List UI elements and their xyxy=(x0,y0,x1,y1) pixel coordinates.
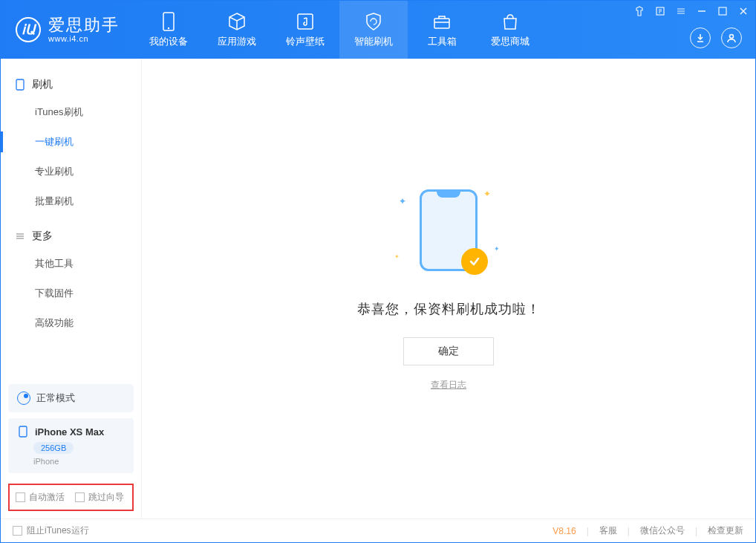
svg-point-1 xyxy=(168,27,169,28)
tab-label: 应用游戏 xyxy=(218,35,256,48)
bag-icon xyxy=(501,12,520,31)
svg-rect-6 xyxy=(719,7,726,15)
minimize-icon[interactable] xyxy=(696,5,708,17)
phone-icon xyxy=(159,12,178,31)
success-message: 恭喜您，保资料刷机成功啦！ xyxy=(357,300,541,318)
svg-point-4 xyxy=(730,35,734,39)
sidebar: 刷机 iTunes刷机 一键刷机 专业刷机 批量刷机 更多 其 xyxy=(1,59,142,518)
main-content: ✦ ✦ ✦ ✦ 恭喜您，保资料刷机成功啦！ 确定 查看日志 xyxy=(142,59,755,518)
header-right-icons xyxy=(690,27,742,48)
tab-label: 我的设备 xyxy=(149,35,188,48)
sparkle-icon: ✦ xyxy=(399,196,406,207)
nav-header-label: 更多 xyxy=(32,230,53,243)
success-illustration: ✦ ✦ ✦ ✦ xyxy=(393,186,504,282)
app-url: www.i4.cn xyxy=(48,34,120,43)
toolbox-icon xyxy=(432,12,452,31)
device-panel: 正常模式 iPhone XS Max 256GB iPhone xyxy=(8,384,134,473)
tab-store[interactable]: 爱思商城 xyxy=(476,1,544,59)
app-logo: ⅰԱ 爱思助手 www.i4.cn xyxy=(1,1,134,59)
nav-header-flash: 刷机 xyxy=(1,72,141,97)
nav-item-other-tools[interactable]: 其他工具 xyxy=(1,249,141,279)
status-stop-itunes[interactable]: 阻止iTunes运行 xyxy=(13,524,89,537)
support-link[interactable]: 客服 xyxy=(599,524,617,537)
view-log-link[interactable]: 查看日志 xyxy=(431,379,466,391)
device-mode[interactable]: 正常模式 xyxy=(8,384,134,412)
checkbox-icon xyxy=(75,492,85,502)
close-icon[interactable] xyxy=(737,5,749,17)
check-update-link[interactable]: 检查更新 xyxy=(708,524,743,537)
download-icon[interactable] xyxy=(690,27,711,48)
wechat-link[interactable]: 微信公众号 xyxy=(640,524,685,537)
window-controls xyxy=(633,5,749,17)
checkbox-icon xyxy=(13,526,22,536)
checkbox-icon xyxy=(16,492,25,502)
confirm-button[interactable]: 确定 xyxy=(403,337,494,365)
phone-small-icon xyxy=(17,426,29,438)
logo-icon: ⅰԱ xyxy=(16,17,41,42)
version-label: V8.16 xyxy=(553,526,576,536)
nav-item-batch-flash[interactable]: 批量刷机 xyxy=(1,186,141,216)
nav-item-advanced[interactable]: 高级功能 xyxy=(1,308,141,338)
device-mode-label: 正常模式 xyxy=(36,391,75,405)
device-type: iPhone xyxy=(33,457,125,466)
options-highlighted: 自动激活 跳过向导 xyxy=(8,484,134,511)
svg-rect-3 xyxy=(434,19,449,28)
device-icon xyxy=(14,79,26,91)
titlebar: ⅰԱ 爱思助手 www.i4.cn 我的设备 应用游戏 铃声壁纸 智能刷机 xyxy=(1,1,755,59)
checkbox-auto-activate[interactable]: 自动激活 xyxy=(16,491,65,504)
statusbar: 阻止iTunes运行 V8.16 | 客服 | 微信公众号 | 检查更新 xyxy=(1,518,755,542)
maximize-icon[interactable] xyxy=(717,5,729,17)
tab-apps-games[interactable]: 应用游戏 xyxy=(203,1,271,59)
feedback-icon[interactable] xyxy=(654,5,666,17)
tab-label: 铃声壁纸 xyxy=(286,35,325,48)
checkbox-skip-guide[interactable]: 跳过向导 xyxy=(75,491,124,504)
mode-icon xyxy=(17,391,30,405)
nav-item-pro-flash[interactable]: 专业刷机 xyxy=(1,157,141,186)
tab-label: 智能刷机 xyxy=(354,35,393,48)
nav-section-flash: 刷机 iTunes刷机 一键刷机 专业刷机 批量刷机 xyxy=(1,72,141,216)
device-info[interactable]: iPhone XS Max 256GB iPhone xyxy=(8,418,134,473)
nav-header-label: 刷机 xyxy=(32,78,53,91)
success-check-icon xyxy=(461,248,488,275)
storage-badge: 256GB xyxy=(33,442,74,454)
nav-item-oneclick-flash[interactable]: 一键刷机 xyxy=(1,127,141,157)
svg-rect-8 xyxy=(19,426,27,437)
tab-label: 工具箱 xyxy=(428,35,457,48)
cube-icon xyxy=(227,12,247,31)
music-note-icon xyxy=(296,12,315,31)
tab-toolbox[interactable]: 工具箱 xyxy=(408,1,476,59)
sparkle-icon: ✦ xyxy=(494,245,500,253)
skin-icon[interactable] xyxy=(633,5,645,17)
nav-header-more: 更多 xyxy=(1,224,141,249)
sparkle-icon: ✦ xyxy=(394,253,400,260)
status-label: 阻止iTunes运行 xyxy=(27,524,89,537)
list-icon xyxy=(14,230,26,242)
tab-label: 爱思商城 xyxy=(491,35,529,48)
tab-smart-flash[interactable]: 智能刷机 xyxy=(339,1,408,59)
body: 刷机 iTunes刷机 一键刷机 专业刷机 批量刷机 更多 其 xyxy=(1,59,755,518)
user-icon[interactable] xyxy=(721,27,742,48)
checkbox-label: 自动激活 xyxy=(29,491,65,504)
app-window: ⅰԱ 爱思助手 www.i4.cn 我的设备 应用游戏 铃声壁纸 智能刷机 xyxy=(0,0,756,543)
nav-item-itunes-flash[interactable]: iTunes刷机 xyxy=(1,97,141,127)
top-tabs: 我的设备 应用游戏 铃声壁纸 智能刷机 工具箱 爱思商城 xyxy=(134,1,544,59)
svg-rect-7 xyxy=(16,79,24,90)
device-name-label: iPhone XS Max xyxy=(35,426,104,438)
checkbox-label: 跳过向导 xyxy=(88,491,124,504)
sparkle-icon: ✦ xyxy=(483,189,491,199)
svg-rect-2 xyxy=(298,14,313,29)
tab-ringtones-wallpapers[interactable]: 铃声壁纸 xyxy=(271,1,339,59)
app-title: 爱思助手 xyxy=(48,16,120,34)
nav: 刷机 iTunes刷机 一键刷机 专业刷机 批量刷机 更多 其 xyxy=(1,59,141,378)
tab-my-device[interactable]: 我的设备 xyxy=(134,1,203,59)
menu-icon[interactable] xyxy=(675,5,687,17)
nav-section-more: 更多 其他工具 下载固件 高级功能 xyxy=(1,224,141,338)
nav-item-download-firmware[interactable]: 下载固件 xyxy=(1,279,141,308)
shield-refresh-icon xyxy=(364,12,383,31)
